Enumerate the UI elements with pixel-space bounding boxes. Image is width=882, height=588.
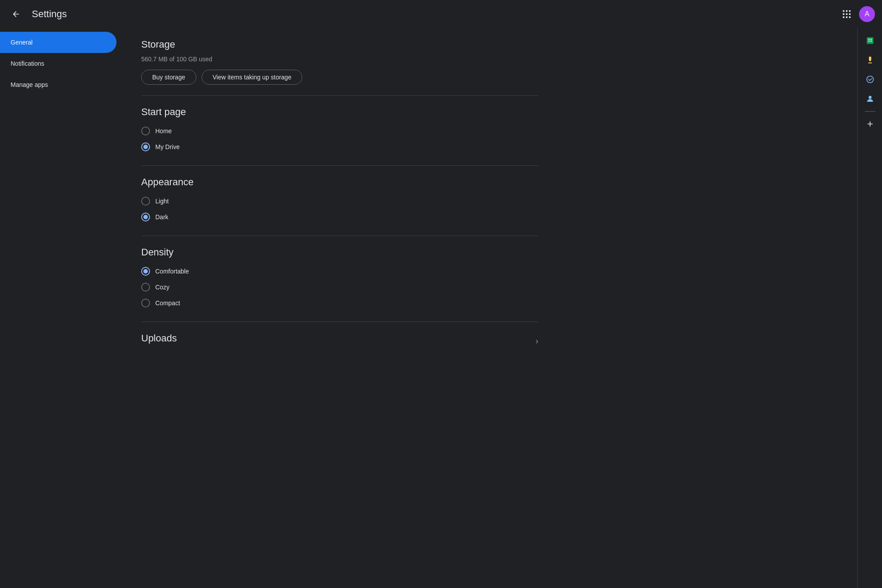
start-page-mydrive-label: My Drive [155, 143, 180, 150]
appearance-title: Appearance [141, 176, 538, 188]
tasks-icon[interactable] [861, 71, 879, 88]
appearance-dark-radio[interactable] [141, 213, 150, 221]
appearance-light-radio[interactable] [141, 197, 150, 206]
appearance-dark-option[interactable]: Dark [141, 209, 538, 225]
density-title: Density [141, 247, 538, 258]
contacts-icon[interactable] [861, 90, 879, 108]
uploads-section[interactable]: Uploads › [141, 333, 538, 349]
start-page-title: Start page [141, 106, 538, 118]
density-section: Density Comfortable Cozy Compact [141, 247, 538, 311]
sidebar-item-notifications-label: Notifications [11, 60, 44, 67]
main-content: Storage 560.7 MB of 100 GB used Buy stor… [124, 28, 857, 588]
svg-point-7 [868, 96, 871, 99]
start-page-mydrive-option[interactable]: My Drive [141, 139, 538, 155]
density-cozy-radio[interactable] [141, 283, 150, 292]
svg-point-6 [867, 76, 873, 83]
density-compact-option[interactable]: Compact [141, 295, 538, 311]
start-page-mydrive-radio-inner [143, 145, 148, 149]
storage-usage: 560.7 MB of 100 GB used [141, 56, 538, 63]
avatar[interactable]: A [859, 6, 875, 22]
svg-rect-3 [868, 41, 869, 42]
page-title: Settings [32, 8, 67, 20]
apps-grid-icon [843, 10, 851, 18]
sidebar: General Notifications Manage apps [0, 28, 124, 588]
sidebar-item-notifications[interactable]: Notifications [0, 53, 116, 74]
buy-storage-button[interactable]: Buy storage [141, 70, 196, 85]
settings-section: Storage 560.7 MB of 100 GB used Buy stor… [141, 39, 538, 349]
keep-icon[interactable] [861, 51, 879, 69]
divider-appearance [141, 236, 538, 236]
density-compact-radio[interactable] [141, 299, 150, 307]
appearance-light-label: Light [155, 198, 169, 205]
svg-rect-0 [867, 37, 873, 44]
add-icon[interactable] [861, 115, 879, 133]
start-page-home-radio[interactable] [141, 127, 150, 135]
uploads-chevron-icon: › [536, 337, 538, 346]
layout: General Notifications Manage apps Storag… [0, 0, 882, 588]
header-left: Settings [7, 5, 838, 23]
right-sidebar-divider [865, 111, 875, 112]
appearance-light-option[interactable]: Light [141, 193, 538, 209]
uploads-title: Uploads [141, 333, 177, 344]
svg-rect-1 [868, 39, 869, 40]
storage-section: Storage 560.7 MB of 100 GB used Buy stor… [141, 39, 538, 85]
divider-start-page [141, 165, 538, 166]
divider-storage [141, 95, 538, 96]
sidebar-item-manage-apps-label: Manage apps [11, 81, 48, 88]
start-page-mydrive-radio[interactable] [141, 142, 150, 151]
appearance-dark-label: Dark [155, 213, 169, 221]
back-button[interactable] [7, 5, 25, 23]
divider-density [141, 322, 538, 322]
header: Settings A [0, 0, 882, 28]
density-compact-label: Compact [155, 300, 180, 307]
density-comfortable-label: Comfortable [155, 268, 189, 275]
sidebar-item-general-label: General [11, 39, 33, 46]
density-comfortable-option[interactable]: Comfortable [141, 263, 538, 279]
view-items-button[interactable]: View items taking up storage [202, 70, 303, 85]
storage-title: Storage [141, 39, 538, 50]
storage-buttons: Buy storage View items taking up storage [141, 70, 538, 85]
start-page-home-option[interactable]: Home [141, 123, 538, 139]
sheets-icon[interactable] [861, 32, 879, 49]
sidebar-item-general[interactable]: General [0, 32, 116, 53]
apps-button[interactable] [838, 5, 856, 23]
start-page-section: Start page Home My Drive [141, 106, 538, 155]
appearance-section: Appearance Light Dark [141, 176, 538, 225]
density-cozy-label: Cozy [155, 284, 169, 291]
svg-rect-4 [870, 41, 871, 42]
start-page-home-label: Home [155, 127, 172, 135]
right-sidebar [857, 28, 882, 588]
density-cozy-option[interactable]: Cozy [141, 279, 538, 295]
appearance-dark-radio-inner [143, 215, 148, 219]
density-comfortable-radio-inner [143, 269, 148, 273]
svg-rect-5 [868, 63, 871, 64]
header-right: A [838, 5, 875, 23]
sidebar-item-manage-apps[interactable]: Manage apps [0, 74, 116, 95]
svg-rect-2 [870, 39, 871, 40]
density-comfortable-radio[interactable] [141, 267, 150, 276]
